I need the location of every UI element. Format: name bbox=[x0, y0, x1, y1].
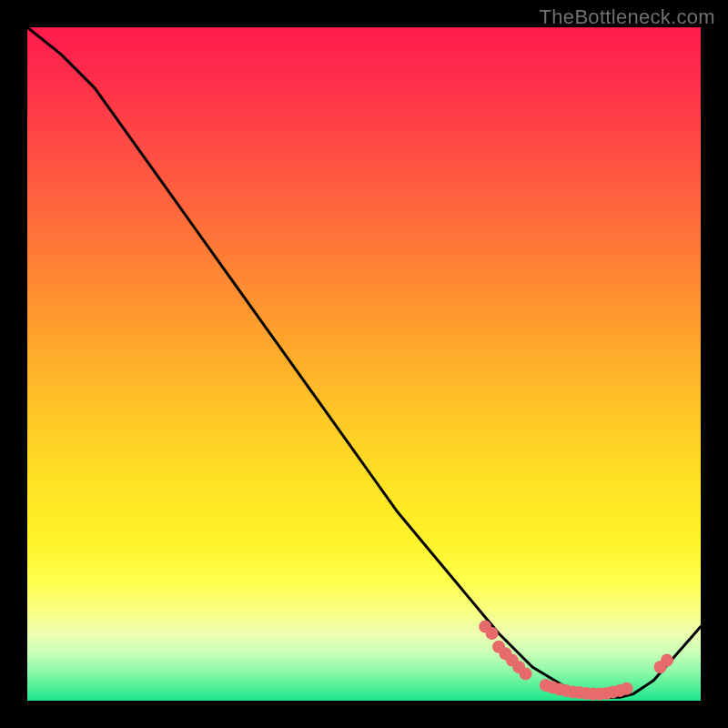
curve-layer bbox=[27, 27, 701, 701]
highlight-dot bbox=[486, 627, 499, 640]
highlight-dot bbox=[520, 667, 532, 680]
watermark-text: TheBottleneck.com bbox=[540, 5, 715, 29]
gradient-plot-area bbox=[27, 27, 701, 701]
bottleneck-curve bbox=[27, 27, 701, 697]
highlight-dot bbox=[661, 654, 673, 667]
highlight-dot bbox=[621, 682, 633, 695]
chart-frame: TheBottleneck.com bbox=[0, 0, 728, 728]
